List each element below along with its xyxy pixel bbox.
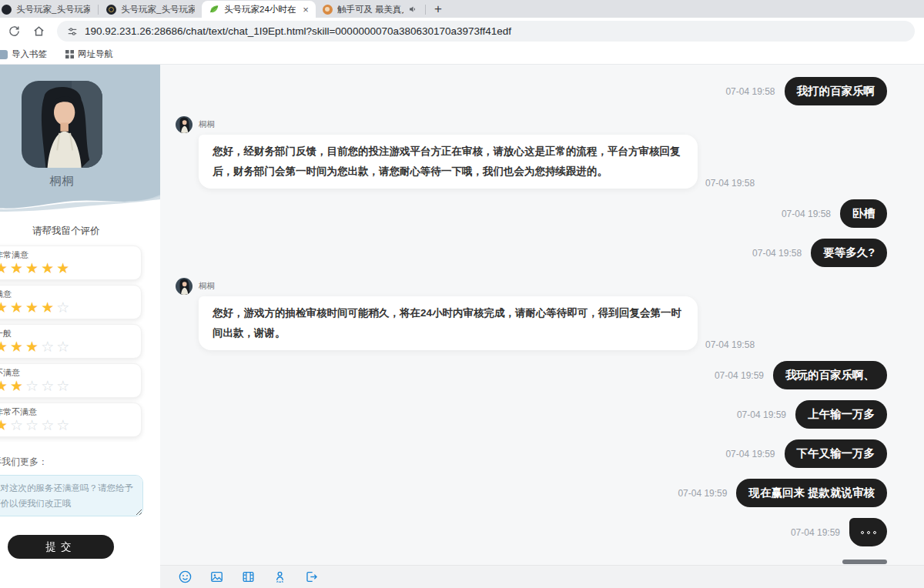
new-tab-button[interactable]: +: [434, 2, 442, 15]
site-controls-icon[interactable]: [67, 26, 78, 37]
agent-message-body: 您好，游戏方的抽检审核时间可能稍久，将在24小时内审核完成，请耐心等待即可，得到…: [199, 296, 887, 350]
star-filled-icon[interactable]: ★: [10, 339, 25, 355]
agent-bubble: 您好，游戏方的抽检审核时间可能稍久，将在24小时内审核完成，请耐心等待即可，得到…: [199, 296, 698, 350]
star-empty-icon[interactable]: ☆: [25, 417, 41, 433]
star-empty-icon[interactable]: ☆: [41, 417, 56, 433]
agent-photo: [22, 81, 102, 168]
message-timestamp: 07-04 19:59: [678, 488, 727, 499]
partial-message-bubble: [842, 560, 887, 564]
star-filled-icon[interactable]: ★: [10, 299, 25, 316]
agent-message-header: 桐桐: [176, 116, 887, 133]
star-empty-icon[interactable]: ☆: [25, 378, 41, 394]
star-filled-icon[interactable]: ★: [0, 417, 10, 433]
video-icon[interactable]: [241, 570, 256, 584]
browser-tab-4[interactable]: 触手可及 最美真人: [316, 1, 424, 18]
rating-stars: ★★★★★: [0, 260, 141, 276]
typing-dot: [867, 531, 870, 534]
rating-option[interactable]: 非常满意★★★★★: [0, 246, 142, 280]
home-icon[interactable]: [32, 25, 45, 38]
tab-title: 头号玩家_头号玩家游: [16, 4, 90, 15]
tab-title: 触手可及 最美真人: [337, 4, 403, 15]
bookmark-import[interactable]: 导入书签: [2, 48, 47, 60]
message-timestamp: 07-04 19:59: [725, 449, 775, 459]
wave-divider: [0, 192, 160, 212]
tab-title: 头号玩家_头号玩家游: [121, 4, 195, 15]
browser-tab-active[interactable]: 头号玩家24小时在 ×: [202, 1, 316, 18]
star-filled-icon[interactable]: ★: [10, 260, 25, 276]
agent-name: 桐桐: [22, 174, 102, 189]
submit-button[interactable]: 提交: [8, 535, 114, 559]
star-filled-icon[interactable]: ★: [0, 260, 10, 276]
exit-icon[interactable]: [304, 570, 319, 584]
rating-option[interactable]: 不满意★★☆☆☆: [0, 363, 142, 398]
agent-message-header: 桐桐: [176, 278, 887, 295]
message-timestamp: 07-04 19:58: [752, 248, 802, 259]
rating-stars: ★★☆☆☆: [0, 378, 141, 394]
message-timestamp: 07-04 19:58: [705, 339, 755, 350]
star-filled-icon[interactable]: ★: [25, 260, 41, 276]
agent-sidebar: 桐桐 请帮我留个评价 非常满意★★★★★满意★★★★☆一般★★★☆☆不满意★★☆…: [0, 65, 160, 588]
star-empty-icon[interactable]: ☆: [56, 417, 72, 433]
user-bubble: 卧槽: [840, 199, 887, 228]
star-empty-icon[interactable]: ☆: [56, 339, 72, 355]
user-bubble: 要等多久?: [811, 239, 887, 267]
star-filled-icon[interactable]: ★: [0, 339, 10, 355]
bookmark-label: 导入书签: [12, 48, 47, 60]
star-filled-icon[interactable]: ★: [56, 260, 72, 276]
star-filled-icon[interactable]: ★: [41, 260, 56, 276]
agent-bubble: 您好，经财务部门反馈，目前您的投注游戏平台方正在审核，请放心这是正常的流程，平台…: [199, 135, 698, 189]
star-empty-icon[interactable]: ☆: [56, 299, 72, 316]
star-empty-icon[interactable]: ☆: [41, 339, 56, 355]
user-bubble: 我打的百家乐啊: [785, 77, 888, 105]
rating-option[interactable]: 满意★★★★☆: [0, 285, 142, 319]
star-filled-icon[interactable]: ★: [25, 299, 41, 316]
message-timestamp: 07-04 19:59: [715, 370, 764, 381]
star-filled-icon[interactable]: ★: [41, 299, 56, 316]
chat-message-user: 07-04 19:59现在赢回来 提款就说审核: [176, 479, 887, 507]
emoji-icon[interactable]: [178, 570, 192, 584]
rating-option[interactable]: 非常不满意★☆☆☆☆: [0, 403, 142, 437]
agent-profile-panel: 桐桐: [0, 65, 160, 192]
rating-label: 一般: [0, 329, 141, 339]
chat-input-toolbar: [160, 565, 924, 588]
tab-separator: [425, 5, 426, 15]
star-filled-icon[interactable]: ★: [10, 378, 25, 394]
rating-stars: ★★★☆☆: [0, 339, 141, 355]
feedback-label: 告诉我们更多：: [0, 456, 160, 469]
star-empty-icon[interactable]: ☆: [10, 417, 25, 433]
reload-icon[interactable]: [8, 25, 21, 38]
star-filled-icon[interactable]: ★: [0, 299, 10, 316]
chat-message-agent: 桐桐您好，游戏方的抽检审核时间可能稍久，将在24小时内审核完成，请耐心等待即可，…: [176, 278, 887, 350]
chat-panel: 07-04 19:58我打的百家乐啊桐桐您好，经财务部门反馈，目前您的投注游戏平…: [160, 65, 924, 588]
close-tab-icon[interactable]: ×: [303, 5, 309, 15]
message-timestamp: 07-04 19:58: [725, 86, 775, 97]
star-filled-icon[interactable]: ★: [25, 339, 41, 355]
chat-message-user: 07-04 19:59下午又输一万多: [176, 439, 887, 468]
rating-list: 非常满意★★★★★满意★★★★☆一般★★★☆☆不满意★★☆☆☆非常不满意★☆☆☆…: [0, 246, 160, 437]
browser-tab-2[interactable]: 头号玩家_头号玩家游: [99, 1, 202, 18]
user-bubble: 我玩的百家乐啊、: [773, 361, 887, 389]
bookmarks-bar: 导入书签 网址导航: [0, 45, 924, 65]
star-empty-icon[interactable]: ☆: [41, 378, 56, 394]
transfer-agent-icon[interactable]: [273, 570, 287, 584]
rating-option[interactable]: 一般★★★☆☆: [0, 324, 142, 359]
browser-tab-bar: 头号玩家_头号玩家游 头号玩家_头号玩家游 头号玩家24小时在 × 触手可及 最…: [0, 0, 924, 18]
leaf-icon: [209, 4, 219, 15]
url-text: 190.92.231.26:28686/chat/text/chat_1I9Ep…: [85, 25, 511, 37]
star-filled-icon[interactable]: ★: [0, 378, 10, 394]
address-bar[interactable]: 190.92.231.26:28686/chat/text/chat_1I9Ep…: [57, 21, 915, 42]
tab-audio-icon[interactable]: [408, 5, 417, 14]
site-favicon-orange: [323, 5, 333, 15]
image-icon[interactable]: [209, 570, 224, 584]
rating-stars: ★☆☆☆☆: [0, 417, 141, 433]
browser-tab-1[interactable]: 头号玩家_头号玩家游: [0, 1, 97, 18]
star-empty-icon[interactable]: ☆: [56, 378, 72, 394]
bookmark-nav[interactable]: 网址导航: [65, 48, 113, 60]
rating-label: 非常满意: [0, 250, 141, 260]
chat-message-user: 07-04 19:58要等多久?: [176, 239, 887, 267]
feedback-textarea[interactable]: [0, 475, 143, 516]
grid-icon: [65, 50, 74, 58]
chat-message-user: 07-04 19:58卧槽: [176, 199, 887, 228]
user-bubble: 上午输一万多: [795, 400, 887, 429]
bookmark-icon: [0, 50, 8, 59]
